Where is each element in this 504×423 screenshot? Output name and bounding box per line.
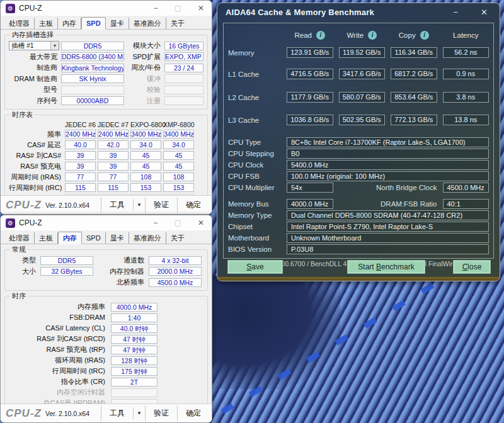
timing-cell: 40.0 — [65, 140, 96, 149]
minimize-icon[interactable]: − — [154, 218, 158, 228]
close-icon[interactable]: ✕ — [198, 3, 204, 13]
field-label: 周次/年份 — [126, 63, 163, 72]
timing-cell: 42.0 — [98, 140, 129, 149]
desktop: ⚙ CPU-Z − ▢ ✕ 处理器 主板 内存 SPD 显卡 基准跑分 关于 内… — [0, 0, 504, 423]
maximize-icon[interactable]: ▢ — [175, 218, 181, 228]
ok-button[interactable]: 确定 — [177, 405, 209, 421]
tab-graphics[interactable]: 显卡 — [106, 18, 129, 29]
field-value: 4 x 32-bit — [149, 256, 202, 265]
tab-about[interactable]: 关于 — [166, 18, 189, 29]
timing-value: 4000.0 MHz — [111, 303, 158, 312]
info-label: CPU Stepping — [228, 150, 281, 157]
info-icon[interactable]: i — [316, 31, 325, 40]
field-label: 通道数 — [96, 256, 146, 265]
groupbox-legend: 时序表 — [10, 111, 35, 119]
titlebar[interactable]: AIDA64 Cache & Memory Benchmark − ✕ — [217, 3, 500, 21]
info-label: DRAM:FSB Ratio — [339, 200, 437, 208]
col-header-label: Write — [346, 31, 364, 39]
field-value — [164, 86, 203, 94]
info-label: Memory Type — [228, 212, 281, 219]
save-button[interactable]: Save — [227, 260, 283, 274]
timing-cell: 77 — [98, 172, 129, 181]
field-value: 23 / 24 — [164, 64, 203, 72]
memory-slot-groupbox: 内存插槽选择 插槽 #1 ▼ DDR5 模块大小 16 GBytes 最大带宽 … — [4, 35, 208, 110]
statusbar: CPU-Z Ver. 2.10.0.x64 工具 ▼ 验证 确定 — [1, 403, 212, 422]
tab-about[interactable]: 关于 — [166, 232, 189, 244]
bench-value: 1177.9 GB/s — [287, 92, 333, 103]
tab-mainboard[interactable]: 主板 — [35, 232, 58, 244]
tab-cpu[interactable]: 处理器 — [4, 232, 35, 244]
field-value: 00000ABD — [61, 96, 124, 105]
tab-mainboard[interactable]: 主板 — [35, 18, 58, 29]
field-value: 2000.0 MHz — [149, 267, 202, 276]
tab-spd[interactable]: SPD — [82, 232, 106, 244]
timing-cell: 45 — [163, 151, 194, 160]
tab-spd[interactable]: SPD — [81, 17, 106, 30]
bench-value: 4716.5 GB/s — [287, 69, 333, 79]
info-icon[interactable]: i — [420, 31, 429, 40]
field-value: 32 GBytes — [40, 267, 93, 276]
bench-value: 853.64 GB/s — [391, 92, 437, 103]
info-row: CPU FSB 100.0 MHz (original: 100 MHz) — [228, 171, 489, 181]
col-header-read: Read i — [287, 31, 333, 40]
tools-button[interactable]: 工具 — [101, 197, 133, 213]
timing-value: 2T — [111, 378, 158, 386]
maximize-icon[interactable]: ▢ — [175, 3, 181, 13]
info-value: Intel Raptor Point-S Z790, Intel Raptor … — [287, 222, 489, 232]
info-label: CPU Type — [228, 138, 281, 146]
tools-dropdown-icon[interactable]: ▼ — [133, 199, 145, 211]
info-row: Chipset Intel Raptor Point-S Z790, Intel… — [228, 222, 489, 232]
minimize-icon[interactable]: − — [454, 8, 459, 17]
info-value: 8C+8c Intel Core i7-13700KF (Raptor Lake… — [287, 137, 489, 147]
version-text: Ver. 2.10.0.x64 — [44, 410, 101, 417]
tab-bar: 处理器 主板 内存 SPD 显卡 基准跑分 关于 — [1, 16, 212, 30]
close-icon[interactable]: ✕ — [481, 8, 488, 17]
close-button[interactable]: Close — [453, 260, 491, 274]
slot-select[interactable]: 插槽 #1 ▼ — [9, 41, 59, 50]
memory-bus-row: Memory Bus 4000.0 MHz DRAM:FSB Ratio 40:… — [228, 199, 489, 209]
validate-button[interactable]: 验证 — [145, 197, 177, 213]
tools-dropdown-icon[interactable]: ▼ — [133, 407, 145, 419]
minimize-icon[interactable]: − — [154, 3, 158, 13]
info-label: CPU Clock — [228, 161, 281, 169]
tools-button[interactable]: 工具 — [101, 405, 133, 421]
groupbox-legend: 常规 — [10, 245, 28, 254]
tab-bench[interactable]: 基准跑分 — [129, 232, 166, 244]
close-icon[interactable]: ✕ — [198, 218, 204, 228]
window-title: CPU-Z — [19, 4, 154, 13]
cpuz-app-icon: ⚙ — [6, 4, 15, 13]
timing-label: 指令比率 (CR) — [13, 377, 107, 386]
info-icon[interactable]: i — [368, 31, 377, 40]
col-header-label: Copy — [399, 31, 416, 39]
start-benchmark-button[interactable]: Start Benchmark — [347, 260, 425, 274]
tab-cpu[interactable]: 处理器 — [4, 18, 35, 29]
timing-value: 175 时钟 — [111, 367, 158, 376]
col-header-latency: Latency — [443, 31, 490, 39]
bench-value: 116.34 GB/s — [391, 47, 437, 58]
field-value: DDR5 — [40, 256, 93, 265]
timing-value: 128 时钟 — [111, 356, 158, 365]
timing-label: RAS# 到CAS# (tRCD) — [13, 334, 107, 344]
timing-value: 40.0 时钟 — [111, 324, 158, 333]
bench-value: 0.9 ns — [443, 69, 490, 79]
cpuz-spd-window: ⚙ CPU-Z − ▢ ✕ 处理器 主板 内存 SPD 显卡 基准跑分 关于 内… — [0, 0, 212, 215]
info-row: BIOS Version P.03U8 — [228, 244, 489, 254]
timing-row-label: 周期时间 (tRAS) — [9, 172, 63, 182]
field-label: 注册 — [126, 96, 163, 106]
slot-select-value: 插槽 #1 — [9, 42, 50, 50]
info-label: Memory Bus — [228, 200, 281, 208]
titlebar[interactable]: ⚙ CPU-Z − ▢ ✕ — [1, 1, 212, 16]
chevron-down-icon[interactable]: ▼ — [50, 42, 59, 50]
tab-graphics[interactable]: 显卡 — [106, 232, 129, 244]
validate-button[interactable]: 验证 — [145, 405, 177, 421]
timing-label: 内存空闲计时器 — [13, 388, 107, 397]
timing-cell: 108 — [163, 172, 194, 181]
tab-memory[interactable]: 内存 — [58, 18, 81, 29]
ok-button[interactable]: 确定 — [177, 197, 209, 213]
tab-memory[interactable]: 内存 — [58, 232, 82, 244]
tab-bench[interactable]: 基准跑分 — [129, 18, 166, 29]
field-value: 16 GBytes — [164, 42, 203, 50]
titlebar[interactable]: ⚙ CPU-Z − ▢ ✕ — [1, 215, 212, 230]
bench-row-label: L1 Cache — [228, 70, 281, 78]
field-value: EXPO, XMP 3.0 — [164, 52, 203, 61]
